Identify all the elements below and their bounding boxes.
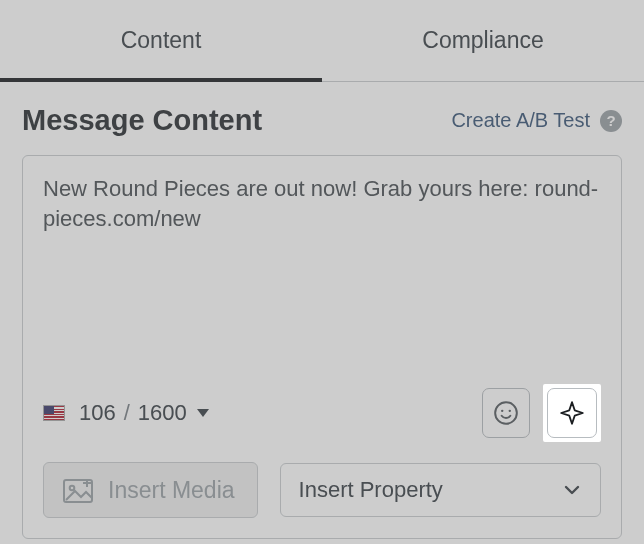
char-count: 106 <box>79 400 116 426</box>
sparkle-icon <box>559 400 585 426</box>
editor-right-buttons <box>482 384 601 442</box>
page-title: Message Content <box>22 104 262 137</box>
emoji-button[interactable] <box>482 388 530 438</box>
image-plus-icon <box>62 476 94 504</box>
section-header: Message Content Create A/B Test ? <box>0 82 644 137</box>
header-actions: Create A/B Test ? <box>451 109 622 132</box>
message-editor: New Round Pieces are out now! Grab yours… <box>22 155 622 539</box>
svg-point-2 <box>509 410 511 412</box>
tab-compliance-label: Compliance <box>422 27 543 54</box>
us-flag-icon <box>43 405 65 421</box>
tabs: Content Compliance <box>0 0 644 82</box>
tab-compliance[interactable]: Compliance <box>322 0 644 81</box>
bottom-actions: Insert Media Insert Property <box>43 462 601 518</box>
help-icon[interactable]: ? <box>600 110 622 132</box>
char-counter: 106 / 1600 <box>79 400 209 426</box>
insert-property-label: Insert Property <box>299 477 443 503</box>
svg-point-1 <box>501 410 503 412</box>
tab-content-label: Content <box>121 27 202 54</box>
ai-sparkle-button[interactable] <box>543 384 601 442</box>
insert-media-button[interactable]: Insert Media <box>43 462 258 518</box>
char-counter-group[interactable]: 106 / 1600 <box>43 400 209 426</box>
tab-content[interactable]: Content <box>0 0 322 81</box>
svg-point-4 <box>70 486 75 491</box>
char-limit: 1600 <box>138 400 187 426</box>
smiley-icon <box>493 400 519 426</box>
insert-property-select[interactable]: Insert Property <box>280 463 601 517</box>
char-separator: / <box>124 400 130 426</box>
create-ab-test-link[interactable]: Create A/B Test <box>451 109 590 132</box>
svg-point-0 <box>495 402 517 424</box>
editor-toolbar: 106 / 1600 <box>43 384 601 442</box>
chevron-down-icon <box>562 480 582 500</box>
message-textarea[interactable]: New Round Pieces are out now! Grab yours… <box>43 174 601 364</box>
chevron-down-icon <box>197 409 209 417</box>
insert-media-label: Insert Media <box>108 477 235 504</box>
